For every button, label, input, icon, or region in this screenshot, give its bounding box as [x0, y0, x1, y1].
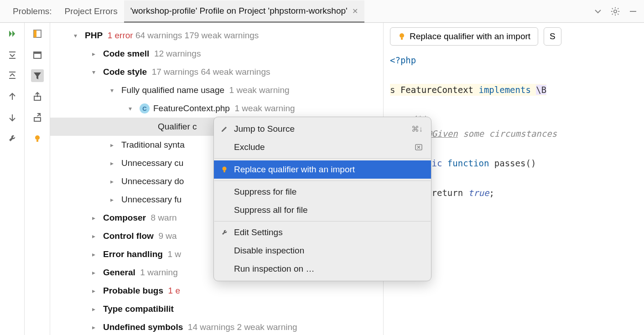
tree-label: Undefined symbols [103, 322, 183, 332]
code-token: ; [489, 188, 494, 198]
context-menu: Jump to Source ⌘↓ Exclude Replace qualif… [213, 117, 431, 281]
menu-label: Suppress all for file [234, 205, 308, 215]
tree-warn-count: 1 w [167, 249, 181, 259]
tree-error-count: 1 e [168, 286, 180, 296]
tree-warn-count: 12 warnings [154, 49, 201, 59]
menu-suppress-all[interactable]: Suppress all for file [214, 201, 431, 219]
menu-run-inspection[interactable]: Run inspection on … [214, 260, 431, 278]
tree-warn-count: 8 warn [151, 213, 177, 223]
tree-label: PHP [85, 31, 103, 41]
tab-problems[interactable]: Problems: [6, 0, 58, 22]
bulb-icon [398, 32, 406, 41]
menu-edit-settings[interactable]: Edit Settings [214, 223, 431, 242]
wrench-icon [219, 229, 229, 236]
svg-rect-4 [9, 72, 16, 72]
svg-point-12 [35, 135, 40, 140]
gear-icon[interactable] [610, 6, 620, 16]
quickfix-s-button[interactable]: S [544, 27, 561, 46]
svg-rect-11 [34, 118, 41, 121]
code-token: () [525, 158, 536, 168]
chevron-right-icon: ▸ [92, 269, 100, 276]
tree-label: Code style [103, 67, 147, 77]
menu-label: Suppress for file [234, 187, 296, 197]
next-icon[interactable] [6, 111, 19, 124]
tree-warn-count: 1 weak warning [229, 85, 290, 95]
bulb-icon[interactable] [31, 132, 44, 145]
collapse-all-icon[interactable] [6, 69, 19, 82]
tree-label: Control flow [103, 231, 154, 241]
tree-group-probable-bugs[interactable]: ▸ Probable bugs 1 e [50, 282, 383, 300]
tree-inspection-fq[interactable]: ▾ Fully qualified name usage 1 weak warn… [50, 81, 383, 99]
menu-label: Replace qualifier with an import [234, 165, 355, 175]
tree-warn-count: 17 warnings 64 weak warnings [152, 67, 270, 77]
tree-label: Unnecessary cu [121, 158, 183, 168]
code-token: some circumstances [458, 129, 557, 139]
code-token: implements [473, 85, 536, 95]
class-file-icon: C [140, 103, 150, 113]
code-token: function [442, 158, 494, 168]
tree-label: Unnecessary fu [121, 195, 182, 205]
bulb-icon [219, 166, 229, 173]
quickfix-label: Replace qualifier with an import [410, 31, 530, 41]
tab-project-errors[interactable]: Project Errors [58, 0, 124, 22]
menu-disable-inspection[interactable]: Disable inspection [214, 242, 431, 260]
tree-file-item[interactable]: ▾ C FeatureContext.php 1 weak warning [50, 99, 383, 118]
tree-warn-count: 1 weak warning [235, 103, 295, 113]
import-icon[interactable] [31, 111, 44, 124]
svg-rect-13 [36, 140, 38, 142]
menu-label: Disable inspection [234, 246, 304, 256]
quickfix-s-label: S [550, 31, 556, 41]
menu-separator [214, 221, 431, 222]
menu-separator [214, 180, 431, 181]
chevron-right-icon: ▸ [110, 160, 119, 167]
chevron-right-icon: ▸ [92, 305, 100, 313]
menu-exclude[interactable]: Exclude [214, 138, 431, 156]
tree-group-code-style[interactable]: ▾ Code style 17 warnings 64 weak warning… [50, 63, 383, 81]
chevron-down-icon: ▾ [129, 105, 137, 112]
chevron-down-icon: ▾ [74, 32, 82, 39]
code-token: <?php [390, 55, 416, 65]
tree-group-type-compat[interactable]: ▸ Type compatibilit [50, 300, 383, 318]
tree-error-count: 1 error [108, 31, 133, 41]
code-token: passes [494, 158, 526, 168]
menu-shortcut: ⌘↓ [411, 124, 423, 134]
chevron-down-icon: ▾ [92, 68, 100, 76]
prev-icon[interactable] [6, 90, 19, 103]
menu-suppress-file[interactable]: Suppress for file [214, 183, 431, 201]
close-icon[interactable]: ✕ [352, 7, 358, 15]
tab-active-label: 'workshop-profile' Profile on Project 'p… [130, 6, 348, 16]
tree-group-code-smell[interactable]: ▸ Code smell 12 warnings [50, 45, 383, 63]
chevron-right-icon: ▸ [110, 196, 119, 203]
svg-rect-9 [34, 52, 41, 54]
svg-rect-3 [9, 58, 16, 59]
svg-rect-5 [9, 78, 16, 79]
svg-rect-15 [401, 38, 403, 40]
tab-right-tools [594, 6, 638, 16]
svg-point-0 [614, 10, 617, 12]
tree-group-undefined[interactable]: ▸ Undefined symbols 14 warnings 2 weak w… [50, 318, 383, 335]
tree-label: FeatureContext.php [153, 103, 230, 113]
menu-replace-qualifier[interactable]: Replace qualifier with an import [214, 160, 431, 179]
tree-group-php[interactable]: ▾ PHP 1 error 64 warnings 179 weak warni… [50, 26, 383, 45]
filter-icon[interactable] [31, 69, 44, 82]
menu-separator [214, 158, 431, 159]
tab-profile-active[interactable]: 'workshop-profile' Profile on Project 'p… [124, 0, 364, 23]
menu-label: Jump to Source [234, 124, 295, 134]
layout-icon[interactable] [31, 27, 44, 40]
quickfix-replace-button[interactable]: Replace qualifier with an import [390, 27, 538, 46]
menu-jump-to-source[interactable]: Jump to Source ⌘↓ [214, 120, 431, 138]
chevron-down-icon[interactable] [594, 7, 602, 15]
export-icon[interactable] [31, 90, 44, 103]
svg-rect-7 [34, 30, 36, 37]
expand-all-icon[interactable] [6, 48, 19, 61]
svg-rect-2 [9, 52, 16, 52]
group-icon[interactable] [31, 48, 44, 61]
rerun-icon[interactable] [6, 27, 19, 40]
wrench-icon[interactable] [6, 132, 19, 145]
minimize-icon[interactable] [628, 7, 638, 16]
tree-warn-count: 1 warning [140, 268, 177, 278]
tree-label: Error handling [103, 249, 163, 259]
tree-label: Probable bugs [103, 286, 163, 296]
chevron-right-icon: ▸ [92, 287, 100, 294]
menu-label: Exclude [234, 142, 265, 152]
